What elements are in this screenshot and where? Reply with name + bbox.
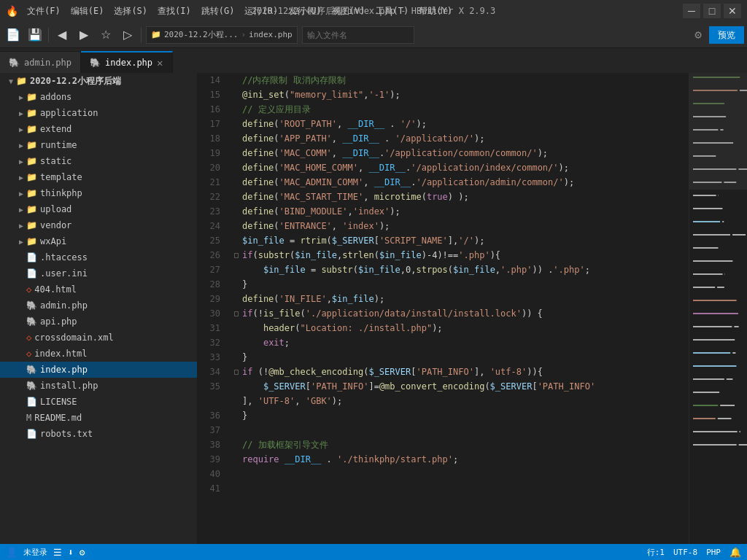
sidebar-item-application[interactable]: ▶ 📁 application (0, 105, 197, 121)
menu-file[interactable]: 文件(F) (23, 4, 65, 19)
file-label: api.php (40, 316, 77, 327)
filter-icon[interactable]: ⚙ (692, 25, 705, 44)
file-icon: 🐘 (26, 300, 37, 311)
tab-admin-php[interactable]: 🐘 admin.php (0, 51, 81, 73)
bell-icon[interactable]: 🔔 (729, 547, 741, 558)
sidebar-item-user-ini[interactable]: 📄 .user.ini (0, 265, 197, 281)
sidebar-item-static[interactable]: ▶ 📁 static (0, 153, 197, 169)
user-status: 未登录 (23, 547, 47, 558)
file-label: .user.ini (40, 268, 88, 279)
file-label: .htaccess (40, 252, 88, 262)
sidebar-item-indexphp[interactable]: 🐘 index.php (0, 362, 197, 378)
code-line (232, 423, 689, 438)
tab-php-icon-active: 🐘 (90, 58, 101, 68)
line-num: 38 (197, 438, 220, 452)
file-label: admin.php (40, 300, 88, 311)
folder-label: static (40, 156, 71, 166)
folder-icon: 📁 (26, 92, 37, 102)
code-token: @ini_set (242, 88, 285, 102)
tab-index-php[interactable]: 🐘 index.php ✕ (81, 51, 172, 73)
breadcrumb-file[interactable]: index.php (249, 30, 293, 39)
back-button[interactable]: ◀ (52, 25, 72, 45)
save-button[interactable]: 💾 (25, 25, 45, 45)
sidebar-item-indexhtml[interactable]: ◇ index.html (0, 346, 197, 362)
sidebar-item-apiphp[interactable]: 🐘 api.php (0, 314, 197, 330)
code-line (232, 481, 689, 496)
line-num: 35 (197, 379, 220, 394)
arrow-icon: ▶ (16, 141, 26, 149)
code-line: define('ROOT_PATH', __DIR__ . '/'); (232, 117, 689, 131)
line-num: 20 (197, 160, 220, 175)
sidebar-item-adminphp[interactable]: 🐘 admin.php (0, 298, 197, 314)
file-label: README.md (34, 413, 82, 423)
user-icon[interactable]: 👤 (6, 547, 18, 558)
file-icon: 📄 (26, 268, 37, 279)
sidebar-item-robots[interactable]: 📄 robots.txt (0, 426, 197, 442)
sidebar: ▼ 📁 2020-12.2小程序后端 ▶ 📁 addons ▶ 📁 applic… (0, 73, 197, 544)
code-line: } (232, 408, 689, 423)
line-indicator: □ (232, 365, 241, 379)
close-button[interactable]: ✕ (724, 4, 741, 18)
file-search-box[interactable] (302, 26, 414, 44)
sidebar-item-wxapi[interactable]: ▶ 📁 wxApi (0, 233, 197, 249)
breadcrumb[interactable]: 📁 2020-12.2小程... › index.php (146, 26, 298, 44)
sidebar-item-404html[interactable]: ◇ 404.html (0, 281, 197, 298)
folder-label: extend (40, 124, 71, 134)
list-icon[interactable]: ☰ (53, 547, 62, 558)
sidebar-item-extend[interactable]: ▶ 📁 extend (0, 121, 197, 137)
file-icon: 📄 (26, 397, 37, 407)
line-num: 21 (197, 175, 220, 190)
menu-goto[interactable]: 跳转(G) (197, 4, 239, 19)
preview-button[interactable]: 预览 (709, 26, 744, 44)
tab-close-button[interactable]: ✕ (157, 57, 163, 69)
code-line: □ if(!is_file('./application/data/instal… (232, 306, 689, 321)
arrow-icon: ▶ (16, 109, 26, 117)
file-label: robots.txt (40, 429, 93, 439)
sidebar-item-upload[interactable]: ▶ 📁 upload (0, 201, 197, 217)
arrow-icon: ▶ (16, 238, 26, 246)
code-line: ], 'UTF-8', 'GBK'); (232, 394, 689, 408)
new-file-button[interactable]: 📄 (3, 25, 23, 45)
tree-root[interactable]: ▼ 📁 2020-12.2小程序后端 (0, 73, 197, 89)
line-num: 15 (197, 88, 220, 102)
file-icon: ◇ (26, 332, 31, 343)
breadcrumb-folder[interactable]: 2020-12.2小程... (164, 29, 238, 40)
menu-find[interactable]: 查找(I) (153, 4, 196, 19)
bookmark-button[interactable]: ☆ (96, 25, 116, 45)
sidebar-item-runtime[interactable]: ▶ 📁 runtime (0, 137, 197, 153)
line-num: 19 (197, 146, 220, 160)
download-icon[interactable]: ⬇ (68, 547, 74, 558)
sidebar-item-addons[interactable]: ▶ 📁 addons (0, 89, 197, 105)
folder-icon: 📁 (26, 188, 37, 198)
sidebar-item-license[interactable]: 📄 LICENSE (0, 394, 197, 410)
file-label: 404.html (34, 284, 77, 295)
sidebar-item-readme[interactable]: Μ README.md (0, 410, 197, 426)
code-line: header("Location: ./install.php"); (232, 321, 689, 335)
folder-icon: 📁 (26, 172, 37, 182)
arrow-icon: ▶ (16, 222, 26, 230)
window-controls[interactable]: ─ □ ✕ (683, 4, 741, 18)
line-num: 25 (197, 233, 220, 248)
maximize-button[interactable]: □ (703, 4, 721, 18)
sidebar-item-htaccess[interactable]: 📄 .htaccess (0, 249, 197, 265)
sidebar-item-template[interactable]: ▶ 📁 template (0, 169, 197, 185)
arrow-icon: ▶ (16, 125, 26, 133)
sidebar-item-vendor[interactable]: ▶ 📁 vendor (0, 217, 197, 233)
settings-icon[interactable]: ⚙ (80, 547, 85, 558)
menu-edit[interactable]: 编辑(E) (66, 4, 109, 19)
code-editor[interactable]: 14 15 16 17 18 19 20 21 22 23 24 25 26 2… (197, 73, 747, 544)
menu-select[interactable]: 选择(S) (109, 4, 152, 19)
folder-icon: 📁 (26, 124, 37, 134)
folder-label: template (40, 172, 82, 182)
forward-button[interactable]: ▶ (74, 25, 94, 45)
window-title: 2020-12.2小程序后端/index.php - HBuilder X 2.… (252, 5, 496, 18)
title-bar: 🔥 文件(F) 编辑(E) 选择(S) 查找(I) 跳转(G) 运行(R) 发行… (0, 0, 747, 22)
sidebar-item-installphp[interactable]: 🐘 install.php (0, 378, 197, 394)
file-search-input[interactable] (307, 31, 409, 39)
arrow-icon: ▶ (16, 158, 26, 166)
minimize-button[interactable]: ─ (683, 4, 700, 18)
sidebar-item-crossdomain[interactable]: ◇ crossdomain.xml (0, 330, 197, 346)
sidebar-item-thinkphp[interactable]: ▶ 📁 thinkphp (0, 185, 197, 201)
folder-label: vendor (40, 220, 71, 230)
run-button[interactable]: ▷ (117, 25, 138, 45)
